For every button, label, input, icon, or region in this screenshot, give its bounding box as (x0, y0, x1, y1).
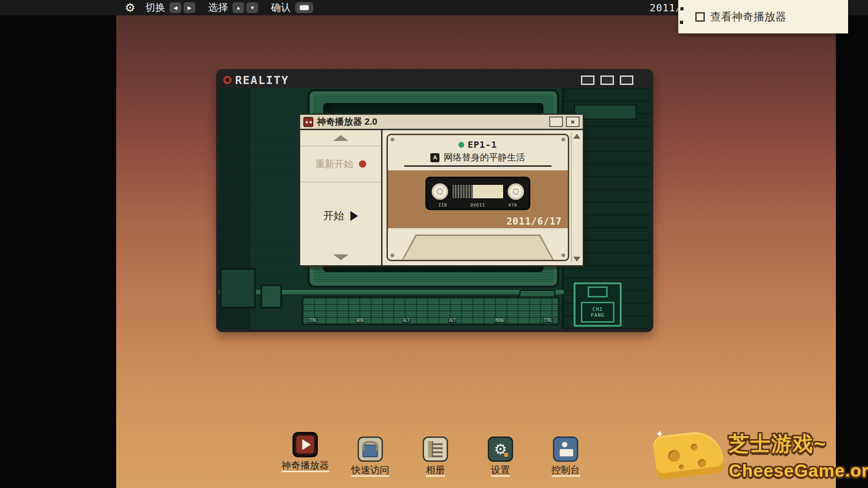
episode-title: 网络替身的平静生活 (443, 151, 525, 164)
key-label: MENU (495, 319, 505, 323)
icon-label: 神奇播放器 (282, 460, 329, 472)
cheese-hole (679, 465, 684, 469)
settings-gear-icon: ⚙ (488, 436, 513, 462)
episode-title-row: A 网络替身的平静生活 (404, 151, 552, 167)
gear-icon[interactable]: ⚙ (125, 2, 135, 14)
keyboard-row-labels: CTRL WIN ALT ALT MENU CTRL (307, 319, 553, 323)
desktop-icon-album[interactable]: 相册 (403, 436, 468, 477)
confirm-key-icon[interactable] (295, 2, 313, 13)
window-button-1[interactable] (581, 75, 594, 85)
deck-door-inner (403, 236, 552, 260)
episode-id: EP1-1 (467, 139, 497, 150)
episode-scrollbar (571, 133, 582, 263)
select-down-button[interactable]: ▼ (246, 2, 258, 13)
cheese-hole (691, 444, 698, 450)
cassette-zone: IIB DVDII V70 2011/6/17 (388, 170, 568, 228)
deck-door (402, 235, 554, 260)
tape-reel-left (432, 183, 448, 200)
restart-button[interactable]: 重新开始 (300, 145, 381, 183)
sparkle-icon: ✦ (656, 428, 664, 440)
key-label: WIN (356, 319, 364, 323)
desk-speaker (220, 268, 256, 309)
episode-prev-button[interactable] (300, 130, 381, 145)
player-body: 重新开始 开始 EP1-1 (300, 130, 583, 265)
close-button[interactable]: × (566, 117, 580, 127)
restart-label: 重新开始 (316, 158, 354, 170)
keyboard: CTRL WIN ALT ALT MENU CTRL (302, 296, 559, 325)
window-button-2[interactable] (600, 75, 614, 85)
deck-zone (388, 228, 568, 260)
select-up-button[interactable]: ▲ (232, 2, 244, 13)
episode-badge: EP1-1 (388, 139, 568, 150)
cassette-tape: IIB DVDII V70 (425, 177, 530, 210)
scroll-up-button[interactable] (573, 134, 580, 139)
tape-mark: DVDII (471, 203, 485, 207)
player-main: EP1-1 A 网络替身的平静生活 (382, 130, 583, 265)
down-arrow-icon: ▼ (250, 5, 255, 10)
tape-spooled (453, 185, 473, 198)
reality-title: REALITY (235, 74, 289, 87)
console-icon (553, 436, 578, 462)
play-icon (350, 211, 358, 221)
tape-remaining (473, 185, 503, 198)
player-window-buttons: × (549, 117, 580, 127)
game-screen: ⚙ 切换 ◀ ▶ 选择 ▲ ▼ 确认 2011/ 查看神奇播放器 REALITY (0, 0, 868, 488)
start-button[interactable]: 开始 (300, 183, 381, 249)
quest-text: 查看神奇播放器 (710, 9, 786, 24)
player-window: 神奇播放器 2.0 × 重新开始 开始 (299, 113, 584, 267)
floppy-disk: CHI PANG (574, 282, 622, 327)
key-label: ALT (448, 319, 456, 323)
key-label: CTRL (543, 319, 553, 323)
episode-date: 2011/6/17 (506, 216, 562, 227)
right-arrow-icon: ▶ (188, 5, 191, 10)
tape-window (452, 184, 504, 199)
icon-label: 设置 (491, 465, 510, 477)
player-menu: 重新开始 开始 (300, 130, 382, 265)
label-a-icon: A (430, 153, 439, 162)
switch-prev-button[interactable]: ◀ (170, 2, 181, 13)
select-label: 选择 (208, 1, 228, 14)
floppy-label-bottom: PANG (591, 313, 605, 318)
desktop-icon-player[interactable]: 神奇播放器 (273, 432, 338, 472)
watermark: ✦ 芝士游戏~ CheeseGame.org (653, 430, 868, 481)
icon-label: 快速访问 (351, 465, 389, 477)
quest-note: 查看神奇播放器 (678, 0, 848, 33)
watermark-site: CheeseGame.org (729, 461, 868, 481)
window-button-3[interactable] (620, 75, 633, 85)
floppy-label: CHI PANG (581, 302, 614, 323)
tape-mark: V70 (509, 203, 517, 207)
window-buttons (581, 75, 633, 85)
play-icon (302, 439, 311, 450)
record-dot-icon (223, 76, 231, 84)
scroll-down-button[interactable] (573, 257, 580, 262)
confirm-label: 确认 (271, 1, 291, 14)
floppy-label-top: CHI (593, 307, 603, 312)
player-title: 神奇播放器 2.0 (317, 116, 377, 128)
floppy-shutter (588, 286, 608, 297)
episode-card[interactable]: EP1-1 A 网络替身的平静生活 (387, 134, 569, 261)
photo-album-icon (423, 436, 448, 462)
switch-next-button[interactable]: ▶ (184, 2, 195, 13)
start-label: 开始 (323, 209, 344, 223)
up-arrow-icon: ▲ (236, 5, 241, 10)
cheese-logo-icon: ✦ (653, 430, 724, 481)
minimize-button[interactable] (549, 117, 563, 127)
desktop-icon-settings[interactable]: ⚙ 设置 (468, 436, 533, 477)
watermark-text: 芝士游戏~ CheeseGame.org (729, 430, 868, 481)
reality-titlebar[interactable]: REALITY (219, 72, 651, 88)
player-app-icon (292, 432, 318, 457)
watermark-title: 芝士游戏~ (729, 430, 868, 457)
desktop-icon-quick-access[interactable]: 快速访问 (338, 436, 403, 477)
tape-markings: IIB DVDII V70 (439, 203, 517, 207)
desktop-icon-console[interactable]: 控制台 (533, 436, 598, 477)
player-titlebar[interactable]: 神奇播放器 2.0 × (300, 115, 583, 130)
date-display: 2011/ (650, 2, 682, 14)
quest-checkbox[interactable] (695, 12, 705, 22)
desk-box (260, 284, 282, 309)
key-label: CTRL (307, 319, 318, 323)
quick-access-icon (358, 436, 383, 462)
screw-icon (561, 138, 565, 141)
episode-next-button[interactable] (300, 249, 381, 265)
down-triangle-icon (333, 254, 349, 260)
key-label: ALT (402, 319, 410, 323)
